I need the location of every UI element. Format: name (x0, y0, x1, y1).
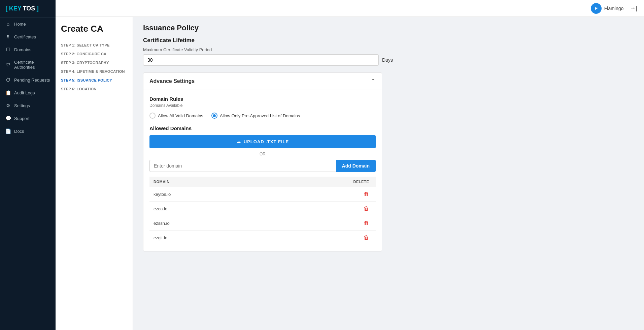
table-row: keytos.io 🗑 (149, 187, 376, 202)
sidebar-label-home: Home (14, 22, 26, 27)
table-row: ezca.io 🗑 (149, 202, 376, 216)
content-area: Create CA STEP 1: SELECT CA TYPE STEP 2:… (56, 17, 644, 330)
chevron-up-icon: ⌃ (371, 78, 376, 85)
table-row: ezgit.io 🗑 (149, 231, 376, 245)
sidebar-item-settings[interactable]: ⚙ Settings (0, 99, 56, 112)
page-title: Create CA (61, 24, 127, 34)
step-5[interactable]: STEP 5: ISSUANCE POLICY (61, 76, 127, 85)
advance-settings-body: Domain Rules Domains Available Allow All… (143, 90, 382, 251)
step-2[interactable]: STEP 2: CONFIGURE CA (61, 50, 127, 58)
advance-settings-title: Advance Settings (149, 78, 195, 84)
domain-input[interactable] (149, 160, 336, 172)
certificate-lifetime-title: Certificate Lifetime (143, 37, 634, 44)
validity-row: Days (143, 54, 634, 66)
step-1[interactable]: STEP 1: SELECT CA TYPE (61, 41, 127, 50)
section-title: Issuance Policy (143, 24, 634, 32)
settings-icon: ⚙ (5, 103, 11, 108)
sidebar: [ KEY TOS ] ⌂ Home 🎖 Certificates ☐ Doma… (0, 0, 56, 330)
sidebar-label-audit: Audit Logs (14, 90, 35, 95)
upload-btn-label: UPLOAD .TXT FILE (244, 139, 289, 144)
sidebar-item-certificates[interactable]: 🎖 Certificates (0, 30, 56, 43)
or-divider: OR (149, 152, 376, 156)
radio-label-allow-preapproved: Allow Only Pre-Approved List of Domains (220, 113, 300, 118)
user-name: Flamingo (604, 6, 624, 11)
logo: [ KEY TOS ] (0, 0, 56, 18)
logo-tos: TOS (23, 5, 35, 12)
logout-icon[interactable]: →| (630, 5, 637, 12)
radio-label-allow-all: Allow All Valid Domains (158, 113, 203, 118)
advance-settings-header[interactable]: Advance Settings ⌃ (143, 73, 382, 90)
sidebar-label-settings: Settings (14, 103, 30, 108)
sidebar-item-audit-logs[interactable]: 📋 Audit Logs (0, 86, 56, 99)
sidebar-item-domains[interactable]: ☐ Domains (0, 43, 56, 56)
topbar: F Flamingo →| (56, 0, 644, 17)
domain-rules-title: Domain Rules (149, 96, 376, 102)
domain-table: DOMAIN DELETE keytos.io 🗑 ezca.io 🗑 ezss… (149, 177, 376, 245)
ca-icon: 🛡 (5, 62, 11, 67)
step-6[interactable]: STEP 6: LOCATION (61, 85, 127, 93)
docs-icon: 📄 (5, 128, 11, 134)
sidebar-item-certificate-authorities[interactable]: 🛡 Certificate Authorities (0, 56, 56, 73)
sidebar-label-domains: Domains (14, 47, 31, 52)
delete-cell: 🗑 (260, 231, 376, 245)
table-row: ezssh.io 🗑 (149, 216, 376, 231)
sidebar-label-support: Support (14, 116, 30, 121)
sidebar-item-pending-requests[interactable]: ⏱ Pending Requests (0, 73, 56, 86)
delete-icon[interactable]: 🗑 (364, 220, 369, 226)
user-area: F Flamingo →| (591, 3, 637, 14)
domain-radio-group: Allow All Valid Domains Allow Only Pre-A… (149, 113, 376, 119)
radio-allow-all[interactable]: Allow All Valid Domains (149, 113, 203, 119)
sidebar-label-pending: Pending Requests (14, 78, 50, 83)
radio-circle-allow-preapproved (211, 113, 217, 119)
audit-icon: 📋 (5, 90, 11, 95)
add-domain-button[interactable]: Add Domain (336, 160, 376, 172)
home-icon: ⌂ (5, 21, 11, 27)
domains-icon: ☐ (5, 47, 11, 52)
domain-cell: ezgit.io (149, 231, 260, 245)
sidebar-item-support[interactable]: 💬 Support (0, 112, 56, 125)
sidebar-label-docs: Docs (14, 129, 24, 134)
form-area: Issuance Policy Certificate Lifetime Max… (133, 17, 644, 330)
steps-panel: Create CA STEP 1: SELECT CA TYPE STEP 2:… (56, 17, 133, 330)
pending-icon: ⏱ (5, 77, 11, 83)
logo-bracket-left: [ (5, 5, 8, 12)
delete-icon[interactable]: 🗑 (364, 206, 369, 211)
support-icon: 💬 (5, 116, 11, 121)
sidebar-item-home[interactable]: ⌂ Home (0, 18, 56, 30)
logo-key: KEY (9, 5, 22, 12)
col-header-domain: DOMAIN (149, 177, 260, 187)
upload-cloud-icon: ☁ (236, 139, 241, 144)
delete-icon[interactable]: 🗑 (364, 235, 369, 240)
step-3[interactable]: STEP 3: CRYPTOGRAPHY (61, 58, 127, 67)
delete-cell: 🗑 (260, 202, 376, 216)
days-label: Days (382, 57, 393, 63)
step-4[interactable]: STEP 4: LIFETIME & REVOCATION (61, 67, 127, 76)
allowed-domains-title: Allowed Domains (149, 125, 376, 131)
domain-cell: keytos.io (149, 187, 260, 202)
delete-cell: 🗑 (260, 187, 376, 202)
sidebar-label-certificates: Certificates (14, 34, 36, 39)
delete-cell: 🗑 (260, 216, 376, 231)
radio-circle-allow-all (149, 113, 156, 119)
col-header-delete: DELETE (260, 177, 376, 187)
domain-cell: ezssh.io (149, 216, 260, 231)
certificates-icon: 🎖 (5, 34, 11, 39)
avatar: F (591, 3, 602, 14)
sidebar-label-ca: Certificate Authorities (14, 60, 50, 70)
sidebar-item-docs[interactable]: 📄 Docs (0, 125, 56, 138)
delete-icon[interactable]: 🗑 (364, 191, 369, 197)
validity-period-label: Maximum Certificate Validity Period (143, 47, 634, 52)
validity-input[interactable] (143, 54, 379, 66)
logo-bracket-right: ] (36, 5, 39, 12)
upload-txt-button[interactable]: ☁ UPLOAD .TXT FILE (149, 135, 376, 148)
radio-allow-preapproved[interactable]: Allow Only Pre-Approved List of Domains (211, 113, 300, 119)
domains-available-label: Domains Available (149, 103, 376, 108)
main-content: F Flamingo →| Create CA STEP 1: SELECT C… (56, 0, 644, 330)
domain-input-row: Add Domain (149, 160, 376, 172)
domain-cell: ezca.io (149, 202, 260, 216)
advance-settings-panel: Advance Settings ⌃ Domain Rules Domains … (143, 72, 382, 251)
